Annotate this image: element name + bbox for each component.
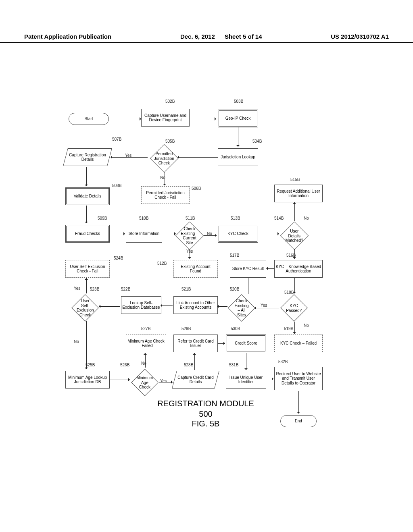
check-existing-all-sites-node: Check Existing – All Sites — [228, 294, 255, 322]
kyc-kba-node: KYC – Knowledge Based Authentication — [274, 260, 323, 278]
label-no-4: No — [304, 323, 309, 328]
store-info-node: Store Information — [126, 225, 162, 243]
ref-529b: 529B — [181, 326, 191, 331]
ref-510b: 510B — [139, 216, 148, 220]
ref-527b: 527B — [141, 326, 150, 331]
ref-530b: 530B — [231, 326, 240, 331]
sheet-number: Sheet 5 of 14 — [225, 33, 262, 40]
ref-514b: 514B — [274, 216, 284, 220]
ref-506b: 506B — [192, 186, 201, 191]
request-additional-info-node: Request Additional User Information — [274, 185, 323, 202]
figure-label: FIG. 5B — [60, 419, 351, 428]
ref-522b: 522B — [121, 287, 130, 291]
ref-511b: 511B — [186, 216, 195, 220]
check-existing-current-node: Check Existing – Current Site — [175, 222, 204, 250]
ref-508b: 508B — [112, 183, 121, 188]
capture-reg-details-node: Capture Registration Details — [65, 148, 110, 166]
ref-531b: 531B — [229, 363, 238, 367]
pub-date: Dec. 6, 2012 — [180, 33, 215, 40]
user-details-matched-node: User Details Matched? — [280, 222, 309, 250]
ref-532b: 532B — [278, 360, 288, 364]
ref-517b: 517B — [230, 253, 239, 258]
credit-score-node: Credit Score — [226, 335, 266, 352]
self-exclusion-fail-node: User Self-Exclusion Check - Fail — [65, 260, 110, 278]
label-yes-3: Yes — [261, 303, 267, 308]
label-yes-4: Yes — [74, 286, 80, 291]
label-yes-5: Yes — [160, 379, 167, 383]
ref-502b: 502B — [165, 99, 175, 104]
kyc-passed-node: KYC Passed? — [280, 294, 308, 322]
lookup-self-exclusion-node: Lookup Self-Exclusion Databasse — [121, 296, 161, 314]
flowchart-diagram: Start Capture Username and Device Finger… — [60, 97, 351, 447]
ref-509b: 509B — [98, 216, 107, 220]
pub-label: Patent Application Publication — [24, 33, 111, 40]
ref-520b: 520B — [230, 287, 239, 291]
label-no-3: No — [304, 216, 309, 220]
refer-credit-card-node: Refer to Credit Card Issuer — [173, 335, 218, 352]
kyc-check-node: KYC Check — [218, 225, 258, 243]
ref-513b: 513B — [231, 216, 240, 220]
existing-account-found-node: Existing Account Found — [173, 260, 218, 278]
ref-515b: 515B — [290, 177, 300, 182]
permitted-jurisdiction-check-node: Permitted Jurisdiction Check — [150, 144, 179, 173]
store-kyc-result-node: Store KYC Result — [230, 260, 266, 278]
self-exclusion-check-node: User Self-Exclusion Check — [71, 294, 99, 322]
capture-credit-card-node: Capture Credit Card Details — [174, 371, 217, 389]
module-title: REGISTRATION MODULE — [60, 399, 351, 408]
page-header: Patent Application Publication Dec. 6, 2… — [0, 33, 413, 43]
module-number: 500 — [60, 409, 351, 419]
ref-504b: 504B — [252, 139, 262, 143]
ref-524b: 524B — [114, 256, 123, 260]
min-age-failed-node: Minimum Age Check - Failed — [126, 335, 166, 352]
ref-521b: 521B — [181, 287, 191, 291]
jurisdiction-lookup-node: Jurisdiction Lookup — [218, 148, 258, 166]
redirect-user-node: Redirect User to Website and Transmit Us… — [274, 367, 323, 390]
min-age-check-node: Minimum Age Check — [131, 369, 159, 396]
fraud-checks-node: Fraud Checks — [65, 225, 110, 243]
ref-526b: 526B — [120, 363, 129, 367]
start-node: Start — [69, 113, 109, 125]
link-account-node: Link Account to Other Existing Accounts — [173, 296, 218, 314]
validate-details-node: Validate Details — [65, 187, 110, 205]
kyc-check-failed-node: KYC Check – Failed — [274, 335, 323, 352]
ref-519b: 519B — [284, 326, 293, 331]
ref-505b: 505B — [165, 139, 175, 143]
ref-525b: 525B — [86, 363, 95, 367]
label-no-5: No — [74, 339, 79, 344]
ref-528b: 528B — [184, 363, 193, 367]
ref-512b: 512B — [157, 261, 167, 266]
ref-503b: 503B — [234, 99, 243, 104]
ref-523b: 523B — [90, 287, 99, 291]
geoip-check-node: Geo-IP Check — [218, 110, 258, 127]
capture-username-node: Capture Username and Device Fingerprint — [141, 109, 190, 127]
ref-518b: 518B — [284, 290, 294, 295]
min-age-lookup-node: Minimum Age Lookup Jurisdiction DB — [65, 371, 110, 389]
ref-507b: 507B — [112, 137, 121, 141]
permitted-jurisdiction-fail-node: Permitted Jurisdiction Check - Fail — [141, 186, 190, 204]
issue-uuid-node: Issue Unique User Identifier — [226, 371, 266, 389]
pub-number: US 2012/0310702 A1 — [331, 33, 389, 40]
